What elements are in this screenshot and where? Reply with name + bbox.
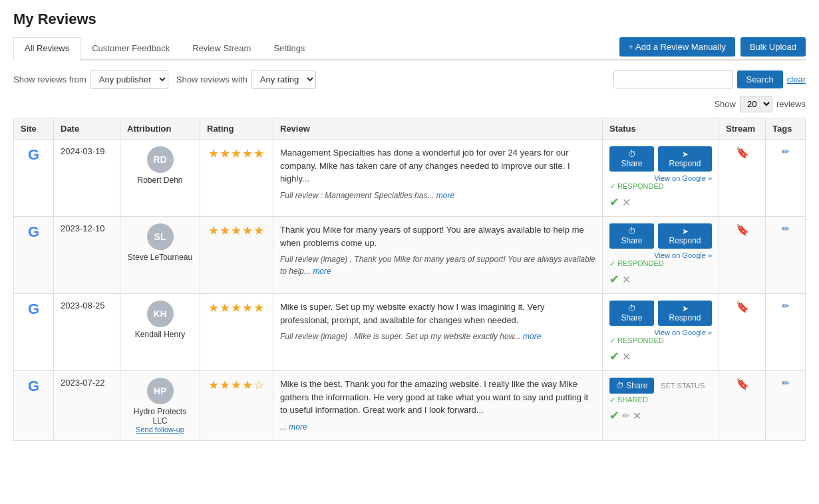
avatar: HP — [147, 378, 174, 404]
tab-all-reviews[interactable]: All Reviews — [13, 37, 81, 61]
star-rating: ★★★★★ — [208, 301, 265, 315]
publisher-select[interactable]: Any publisher — [90, 70, 168, 89]
tag-edit-icon[interactable]: ✏ — [782, 146, 790, 157]
review-full-text: Full review : Management Specialties has… — [280, 189, 595, 201]
clear-button[interactable]: clear — [787, 74, 806, 84]
view-on-google-link[interactable]: View on Google » — [609, 251, 712, 259]
tag-edit-icon[interactable]: ✏ — [782, 378, 790, 388]
page-title: My Reviews — [13, 11, 806, 28]
review-date: 2024-03-19 — [54, 140, 120, 217]
tag-edit-icon[interactable]: ✏ — [782, 301, 790, 311]
star-rating: ★★★★☆ — [208, 378, 265, 392]
shared-label: ✓ SHARED — [609, 396, 712, 404]
table-row: G2024-03-19 RD Robert Dehn ★★★★★Manageme… — [14, 140, 806, 217]
col-header-site: Site — [14, 118, 54, 140]
respond-button[interactable]: ➤ Respond — [658, 146, 712, 172]
share-button[interactable]: ⏱ Share — [609, 223, 654, 249]
review-full-text: ... more — [280, 421, 595, 433]
respond-button[interactable]: ➤ Respond — [658, 223, 712, 249]
x-icon[interactable]: ✕ — [622, 273, 631, 286]
respond-button[interactable]: ➤ Respond — [658, 301, 712, 326]
view-on-google-link[interactable]: View on Google » — [609, 328, 712, 336]
review-text: Mike is super. Set up my website exactly… — [280, 301, 595, 326]
review-more-link[interactable]: more — [523, 332, 541, 341]
col-header-date: Date — [54, 118, 120, 140]
x-icon[interactable]: ✕ — [633, 410, 641, 422]
star-rating: ★★★★★ — [208, 147, 265, 160]
col-header-review: Review — [273, 118, 603, 140]
tab-settings[interactable]: Settings — [262, 37, 316, 61]
check-icon: ✔ — [609, 272, 619, 287]
search-input[interactable] — [613, 70, 733, 88]
col-header-attribution: Attribution — [120, 118, 200, 140]
check-icon: ✔ — [609, 195, 619, 209]
col-header-rating: Rating — [200, 118, 273, 140]
table-row: G2023-07-22 HP Hydro Protects LLC Send f… — [14, 371, 806, 441]
google-logo-icon: G — [28, 301, 39, 317]
share-button[interactable]: ⏱ Share — [609, 146, 654, 172]
check-icon: ✔ — [609, 408, 619, 423]
avatar: SL — [147, 223, 174, 250]
send-followup-link[interactable]: Send follow-up — [127, 426, 193, 434]
responded-label: ✓ RESPONDED — [609, 336, 712, 345]
x-icon[interactable]: ✕ — [622, 196, 631, 209]
check-icon: ✔ — [609, 349, 619, 364]
review-more-link[interactable]: more — [436, 191, 454, 200]
show-with-label: Show reviews with — [176, 74, 247, 84]
set-status-label: SET STATUS — [661, 382, 705, 390]
bulk-upload-button[interactable]: Bulk Upload — [740, 37, 806, 57]
attribution-name: Robert Dehn — [127, 176, 193, 185]
search-button[interactable]: Search — [737, 70, 783, 88]
tag-edit-icon[interactable]: ✏ — [782, 223, 790, 234]
attribution-name: Steve LeTourneau — [127, 253, 193, 262]
reviews-table: Site Date Attribution Rating Review Stat… — [13, 118, 806, 441]
avatar: RD — [147, 146, 174, 173]
attribution-name: Hydro Protects LLC — [127, 407, 193, 426]
show-from-label: Show reviews from — [13, 74, 86, 84]
add-review-button[interactable]: + Add a Review Manually — [619, 37, 735, 57]
edit-icon[interactable]: ✏ — [622, 410, 630, 421]
show-label: Show — [714, 99, 736, 109]
attribution-name: Kendall Henry — [127, 330, 193, 339]
star-rating: ★★★★★ — [208, 224, 265, 237]
tab-review-stream[interactable]: Review Stream — [181, 37, 262, 61]
avatar: KH — [147, 301, 174, 327]
table-row: G2023-08-25 KH Kendall Henry ★★★★★Mike i… — [14, 294, 806, 371]
review-text: Mike is the best. Thank you for the amaz… — [280, 378, 595, 417]
stream-icon[interactable]: 🔖 — [736, 301, 749, 313]
responded-label: ✓ RESPONDED — [609, 182, 712, 191]
share-button[interactable]: ⏱ Share — [609, 378, 654, 394]
review-date: 2023-07-22 — [54, 371, 120, 441]
show-count-select[interactable]: 20 — [740, 96, 772, 112]
review-date: 2023-08-25 — [54, 294, 120, 371]
review-more-link[interactable]: more — [313, 267, 331, 276]
review-more-link[interactable]: more — [289, 422, 307, 432]
x-icon[interactable]: ✕ — [622, 350, 631, 363]
reviews-label: reviews — [776, 99, 806, 109]
google-logo-icon: G — [28, 146, 39, 163]
stream-icon[interactable]: 🔖 — [736, 147, 749, 158]
review-text: Management Specialties has done a wonder… — [280, 146, 595, 186]
col-header-stream: Stream — [719, 118, 766, 140]
share-button[interactable]: ⏱ Share — [609, 301, 654, 326]
tab-customer-feedback[interactable]: Customer Feedback — [81, 37, 181, 61]
stream-icon[interactable]: 🔖 — [736, 224, 749, 235]
rating-select[interactable]: Any rating — [251, 70, 316, 89]
google-logo-icon: G — [28, 223, 39, 240]
google-logo-icon: G — [28, 378, 39, 394]
review-date: 2023-12-10 — [54, 217, 120, 294]
review-full-text: Full review (image) . Thank you Mike for… — [280, 253, 595, 277]
review-text: Thank you Mike for many years of support… — [280, 223, 595, 249]
view-on-google-link[interactable]: View on Google » — [609, 174, 712, 182]
col-header-tags: Tags — [766, 118, 806, 140]
col-header-status: Status — [603, 118, 719, 140]
stream-icon[interactable]: 🔖 — [736, 378, 749, 390]
responded-label: ✓ RESPONDED — [609, 259, 712, 268]
table-row: G2023-12-10 SL Steve LeTourneau ★★★★★Tha… — [14, 217, 806, 294]
review-full-text: Full review (image) . Mike is super. Set… — [280, 330, 595, 342]
